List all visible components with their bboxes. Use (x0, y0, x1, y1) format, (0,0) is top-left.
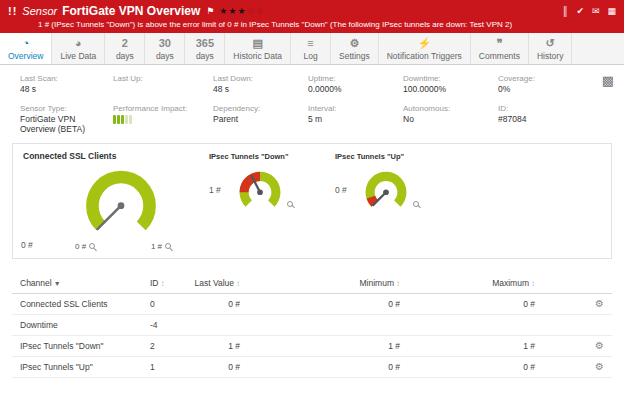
stars-filled[interactable]: ★★★ (219, 6, 246, 16)
info-label: Last Scan: (20, 74, 113, 83)
tab-label: days (156, 51, 174, 61)
channel-id: 2 (150, 341, 188, 351)
priority-stars[interactable]: ★★★☆☆ (219, 6, 264, 16)
channel-name[interactable]: Downtime (20, 320, 150, 330)
tab-settings[interactable]: ⚙ Settings (331, 33, 379, 64)
tab-history[interactable]: ↺ History (529, 33, 572, 64)
gauge-title: IPsec Tunnels "Down" (209, 152, 331, 161)
info-label: Uptime: (308, 74, 403, 83)
info-dependency: Dependency: Parent (213, 104, 308, 135)
channel-name[interactable]: IPsec Tunnels "Down" (20, 341, 150, 351)
channel-last-value: 0 # (188, 299, 240, 309)
tab-label: Historic Data (233, 51, 282, 61)
channel-settings-icon[interactable]: ⚙ (595, 341, 604, 351)
channel-maximum: 0 # (400, 362, 535, 372)
tab-label: Log (303, 51, 317, 61)
gauge-current-value: 0 # (21, 240, 33, 250)
tab-bar: ◔ Overview ◕ Live Data 2 days 30 days 36… (0, 33, 624, 65)
table-row: Connected SSL Clients 0 0 # 0 # 0 # ⚙ (12, 294, 612, 315)
sensor-kind-label: Sensor (22, 5, 57, 17)
channel-table-header: Channel▼ ID↕ Last Value↕ Minimum↕ Maximu… (12, 273, 612, 294)
info-label: Coverage: (498, 74, 596, 83)
channel-id: 0 (150, 299, 188, 309)
column-header-id[interactable]: ID↕ (150, 278, 188, 288)
info-value: 48 s (20, 84, 108, 95)
channel-settings-icon[interactable]: ⚙ (595, 362, 604, 372)
tab-label: days (116, 51, 134, 61)
column-header-last-value[interactable]: Last Value↕ (188, 278, 240, 288)
info-label: Autonomous: (403, 104, 498, 113)
info-last-up: Last Up: (113, 74, 213, 95)
check-now-icon[interactable]: ✔ (576, 6, 584, 16)
small-gauge-dial (235, 165, 285, 215)
gauge-title: Connected SSL Clients (23, 151, 205, 161)
qr-code-icon[interactable]: ▩ (602, 73, 614, 88)
calendar-icon: ▤ (233, 37, 282, 50)
info-label: Last Up: (113, 74, 213, 83)
channel-minimum: 1 # (240, 341, 400, 351)
gauge-current-value: 0 # (335, 185, 361, 195)
info-id: ID: #87084 (498, 104, 596, 135)
zoom-icon[interactable] (89, 243, 95, 249)
sensor-header: !! Sensor FortiGate VPN Overview ⚑ ★★★☆☆… (0, 0, 624, 33)
tab-label: days (196, 51, 214, 61)
gauges-panel: Connected SSL Clients 0 # 1 # 0 # IPsec … (12, 143, 612, 259)
channel-name[interactable]: IPsec Tunnels "Up" (20, 362, 150, 372)
lightning-icon: ⚡ (387, 37, 462, 50)
table-row: Downtime -4 (12, 315, 612, 336)
sensor-info-panel: Last Scan: 48 s Last Up: Last Down: 48 s… (0, 65, 624, 141)
tab-notification-triggers[interactable]: ⚡ Notification Triggers (379, 33, 471, 64)
tab-comments[interactable]: ❞ Comments (471, 33, 529, 64)
zoom-icon[interactable] (165, 243, 171, 249)
channel-minimum: 0 # (240, 299, 400, 309)
tab-2-days[interactable]: 2 days (105, 33, 145, 64)
gauge-ipsec-tunnels-down: IPsec Tunnels "Down" 1 # (209, 151, 331, 251)
channel-maximum: 0 # (400, 299, 535, 309)
big-gauge-dial (79, 162, 163, 246)
info-label: Performance Impact: (113, 104, 213, 113)
menu-grid-icon[interactable]: ▦ (607, 6, 616, 16)
history-clock-icon: ↺ (537, 37, 563, 50)
stars-empty[interactable]: ☆☆ (247, 6, 265, 16)
info-performance-impact: Performance Impact: (113, 104, 213, 135)
column-header-minimum[interactable]: Minimum↕ (240, 278, 400, 288)
zoom-icon[interactable] (413, 201, 419, 207)
channel-maximum: 1 # (400, 341, 535, 351)
info-value: 0% (498, 84, 586, 95)
days-30-number: 30 (153, 37, 176, 50)
info-value: 100.0000% (403, 84, 491, 95)
tab-overview[interactable]: ◔ Overview (0, 33, 52, 64)
info-last-scan: Last Scan: 48 s (20, 74, 113, 95)
info-label: ID: (498, 104, 596, 113)
channel-id: 1 (150, 362, 188, 372)
info-label: Sensor Type: (20, 104, 113, 113)
gauge-max-label: 1 # (151, 242, 162, 251)
tab-live-data[interactable]: ◕ Live Data (52, 33, 105, 64)
tab-label: Settings (339, 51, 370, 61)
channel-name[interactable]: Connected SSL Clients (20, 299, 150, 309)
tab-log[interactable]: ≡ Log (291, 33, 331, 64)
column-header-maximum[interactable]: Maximum↕ (400, 278, 535, 288)
tab-365-days[interactable]: 365 days (185, 33, 225, 64)
tab-label: Live Data (60, 51, 96, 61)
table-row: IPsec Tunnels "Down" 2 1 # 1 # 1 # ⚙ (12, 336, 612, 357)
pause-icon[interactable]: ║ (562, 6, 568, 16)
channel-settings-icon[interactable]: ⚙ (595, 299, 604, 309)
zoom-icon[interactable] (287, 201, 293, 207)
column-header-channel[interactable]: Channel▼ (20, 278, 150, 288)
tab-historic-data[interactable]: ▤ Historic Data (225, 33, 291, 64)
info-interval: Interval: 5 m (308, 104, 403, 135)
mail-icon[interactable]: ✉ (592, 6, 600, 16)
page-title: FortiGate VPN Overview (62, 4, 200, 18)
channel-last-value: 1 # (188, 341, 240, 351)
tab-30-days[interactable]: 30 days (145, 33, 185, 64)
info-label: Dependency: (213, 104, 308, 113)
sort-icon: ↕ (531, 279, 535, 288)
info-value: 5 m (308, 114, 396, 125)
info-value: No (403, 114, 491, 125)
info-value: FortiGate VPN Overview (BETA) (20, 114, 108, 135)
error-message: 1 # (IPsec Tunnels "Down") is above the … (8, 18, 616, 30)
gauge-current-value: 1 # (209, 185, 235, 195)
gauge-connected-ssl-clients: Connected SSL Clients 0 # 1 # 0 # (23, 151, 205, 251)
list-icon: ≡ (299, 37, 322, 50)
